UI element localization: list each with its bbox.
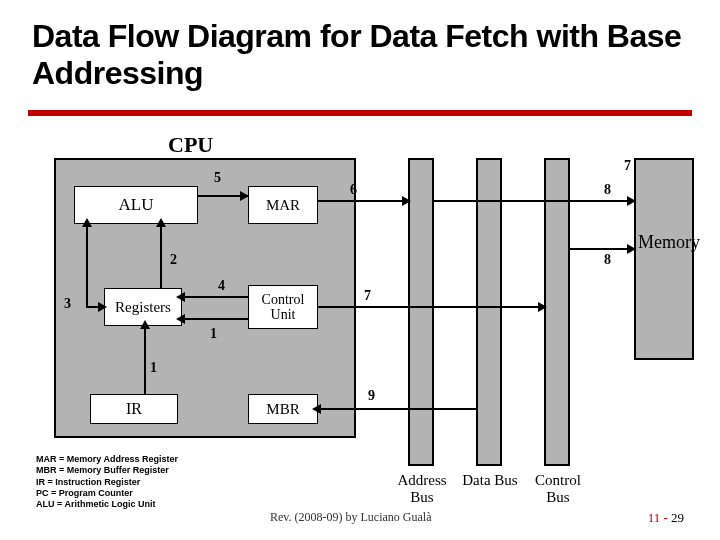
control-bus-label: Control Bus: [528, 472, 588, 505]
page-value: 29: [671, 510, 684, 525]
arrow-8b: [568, 248, 634, 250]
arrow-8a-head: [627, 196, 636, 206]
step-8b: 8: [604, 252, 611, 268]
ir-box: IR: [90, 394, 178, 424]
page-prefix: 11 -: [648, 510, 668, 525]
arrow-4: [182, 296, 248, 298]
legend-alu: ALU = Arithmetic Logic Unit: [36, 499, 178, 510]
arrow-9: [318, 408, 478, 410]
arrow-6: [318, 200, 410, 202]
arrow-4-head: [176, 292, 185, 302]
arrow-7-head: [538, 302, 547, 312]
address-bus: [408, 158, 434, 466]
arrow-3v: [86, 224, 88, 308]
arrow-2: [160, 224, 162, 288]
legend-pc: PC = Program Counter: [36, 488, 178, 499]
control-unit-box: Control Unit: [248, 285, 318, 329]
legend: MAR = Memory Address Register MBR = Memo…: [36, 454, 178, 510]
arrow-8a: [432, 200, 634, 202]
arrow-1b-head: [176, 314, 185, 324]
step-7b: 7: [364, 288, 371, 304]
mbr-box: MBR: [248, 394, 318, 424]
step-5: 5: [214, 170, 221, 186]
arrow-8b-head: [627, 244, 636, 254]
memory-label: Memory: [638, 232, 700, 253]
control-bus: [544, 158, 570, 466]
step-9: 9: [368, 388, 375, 404]
arrow-6-head: [402, 196, 411, 206]
legend-mbr: MBR = Memory Buffer Register: [36, 465, 178, 476]
arrow-3-head2: [82, 218, 92, 227]
mar-box: MAR: [248, 186, 318, 224]
arrow-1a: [144, 326, 146, 394]
step-3: 3: [64, 296, 71, 312]
step-7a: 7: [624, 158, 631, 174]
step-8a: 8: [604, 182, 611, 198]
diagram-stage: CPU Memory Address Bus Data Bus Control …: [0, 0, 720, 540]
data-bus: [476, 158, 502, 466]
step-6: 6: [350, 182, 357, 198]
data-bus-label: Data Bus: [460, 472, 520, 489]
arrow-7: [318, 306, 546, 308]
step-2: 2: [170, 252, 177, 268]
step-1b: 1: [210, 326, 217, 342]
arrow-1a-head: [140, 320, 150, 329]
step-4: 4: [218, 278, 225, 294]
legend-mar: MAR = Memory Address Register: [36, 454, 178, 465]
revision-credit: Rev. (2008-09) by Luciano Gualà: [270, 510, 432, 525]
memory-block: [634, 158, 694, 360]
arrow-9-head: [312, 404, 321, 414]
step-1a: 1: [150, 360, 157, 376]
arrow-3-head: [98, 302, 107, 312]
cpu-label: CPU: [168, 132, 213, 158]
page-number: 11 - 29: [648, 510, 684, 526]
legend-ir: IR = Instruction Register: [36, 477, 178, 488]
arrow-5-head: [240, 191, 249, 201]
arrow-2-head: [156, 218, 166, 227]
arrow-1b: [182, 318, 248, 320]
address-bus-label: Address Bus: [392, 472, 452, 505]
alu-box: ALU: [74, 186, 198, 224]
